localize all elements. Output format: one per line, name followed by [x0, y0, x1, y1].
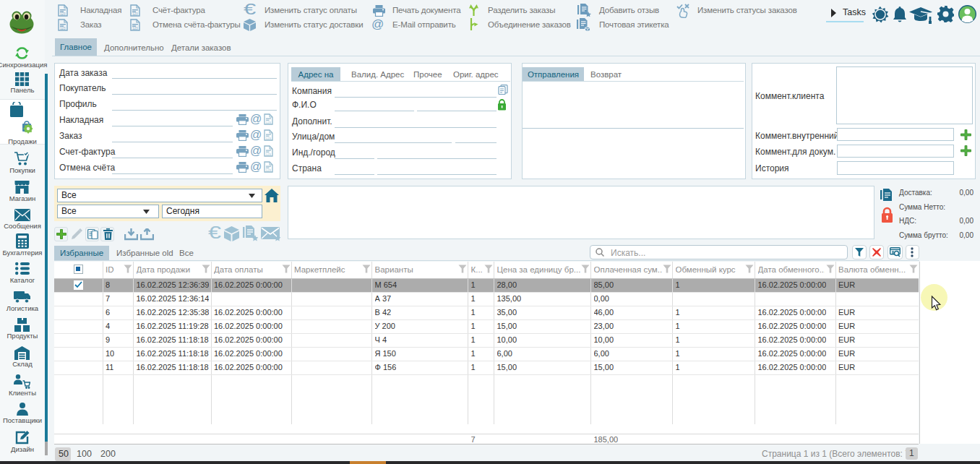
svg-text:123: 123: [266, 137, 272, 140]
svg-text:123: 123: [266, 168, 272, 172]
svg-text:123: 123: [60, 27, 66, 30]
svg-text:123: 123: [60, 12, 66, 16]
svg-text:123: 123: [132, 27, 138, 30]
svg-text:123: 123: [266, 152, 272, 156]
svg-text:123: 123: [266, 121, 272, 124]
svg-text:123: 123: [132, 12, 138, 16]
